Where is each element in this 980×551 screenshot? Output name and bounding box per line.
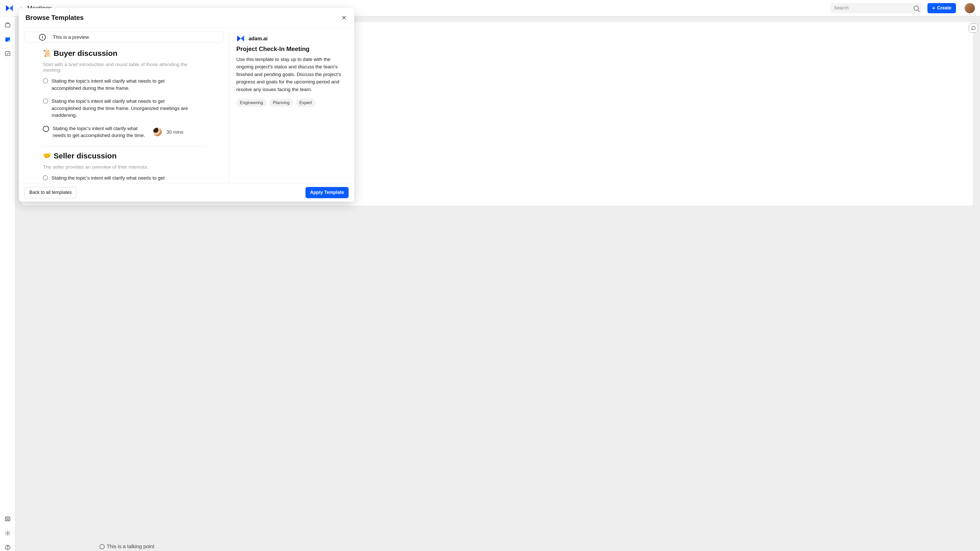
svg-rect-4	[5, 52, 10, 56]
section-title-text: Seller discussion	[54, 151, 117, 160]
svg-point-8	[7, 548, 8, 549]
handshake-emoji-icon: 🤝	[43, 152, 51, 160]
section-title: 🤝 Seller discussion	[43, 151, 205, 160]
bullet-list: Stating the topic's intent will clarify …	[43, 78, 205, 139]
template-preview-pane: i This is a preview 📜 Buyer discussion S…	[19, 27, 229, 183]
template-section: 🤝 Seller discussion The seller provides …	[24, 146, 223, 183]
modal-header: Browse Templates ✕	[19, 8, 354, 27]
comment-icon[interactable]	[969, 24, 978, 33]
bullet-list: Stating the topic's intent will clarify …	[43, 175, 205, 183]
section-title: 📜 Buyer discussion	[43, 49, 205, 58]
calendar-icon[interactable]	[4, 36, 11, 43]
briefcase-icon[interactable]	[4, 21, 11, 29]
preview-banner: i This is a preview	[24, 32, 223, 43]
close-icon[interactable]: ✕	[340, 14, 348, 21]
bullet-ring-icon	[43, 175, 48, 180]
bullet-text: Stating the topic's intent will clarify …	[52, 98, 194, 119]
info-icon: i	[39, 34, 46, 41]
bullet-item: Stating the topic's intent will clarify …	[43, 78, 205, 92]
section-title-text: Buyer discussion	[54, 49, 118, 58]
bullet-item: Stating the topic's intent will clarify …	[43, 125, 205, 139]
background-talking-point: This is a talking point	[100, 544, 154, 549]
svg-rect-0	[5, 24, 10, 27]
create-button[interactable]: + Create	[928, 3, 956, 13]
bullet-item: Stating the topic's intent will clarify …	[43, 175, 205, 183]
bullet-item: Stating the topic's intent will clarify …	[43, 98, 205, 119]
bullet-icon	[100, 544, 105, 549]
section-subtitle: The seller provides an overview of their…	[43, 164, 205, 170]
scroll-emoji-icon: 📜	[43, 49, 51, 57]
store-icon[interactable]	[4, 515, 11, 522]
search-placeholder: Search	[834, 5, 849, 11]
apply-template-button[interactable]: Apply Template	[305, 187, 348, 198]
tag[interactable]: Planning	[269, 99, 293, 107]
modal-body: i This is a preview 📜 Buyer discussion S…	[19, 27, 354, 183]
app-shell: › Meetings Search + Create	[0, 0, 980, 551]
gear-icon[interactable]	[4, 530, 11, 537]
help-icon[interactable]	[4, 544, 11, 551]
bullet-text: Stating the topic's intent will clarify …	[52, 175, 194, 183]
bullet-text: Stating the topic's intent will clarify …	[52, 125, 150, 139]
left-nav	[0, 16, 15, 551]
search-input[interactable]: Search	[830, 3, 922, 13]
brand-name: adam.ai	[248, 36, 267, 41]
template-name: Project Check-In Meeting	[236, 45, 347, 52]
app-logo[interactable]	[5, 4, 14, 13]
tag[interactable]: Engineering	[236, 99, 267, 107]
brand-logo-icon	[236, 34, 245, 43]
section-subtitle: Start with a brief introduction and roun…	[43, 62, 205, 73]
bullet-duration: 30 mins	[166, 129, 183, 136]
bullet-ring-icon	[43, 98, 48, 103]
plus-icon: +	[932, 6, 935, 11]
assignee-avatar[interactable]	[153, 127, 162, 136]
back-button[interactable]: Back to all templates	[24, 187, 76, 198]
brand-row: adam.ai	[236, 34, 347, 43]
svg-point-3	[8, 40, 10, 41]
back-button-label: Back to all templates	[29, 190, 72, 195]
preview-banner-text: This is a preview	[53, 35, 89, 40]
svg-point-6	[7, 532, 8, 534]
svg-rect-2	[5, 38, 10, 39]
bullet-text: Stating the topic's intent will clarify …	[52, 78, 194, 92]
bullet-ring-icon	[43, 126, 49, 132]
modal-title: Browse Templates	[25, 14, 84, 22]
tag-list: Engineering Planning Expert	[236, 99, 347, 107]
background-talking-point-text: This is a talking point	[107, 544, 154, 549]
checklist-icon[interactable]	[4, 50, 11, 57]
template-info-pane: adam.ai Project Check-In Meeting Use thi…	[229, 27, 354, 183]
bullet-meta: 30 mins	[153, 125, 183, 139]
bullet-ring-icon	[43, 78, 48, 83]
apply-button-label: Apply Template	[310, 190, 344, 195]
user-avatar[interactable]	[965, 3, 975, 13]
create-button-label: Create	[937, 5, 951, 11]
modal-footer: Back to all templates Apply Template	[19, 183, 354, 202]
browse-templates-modal: Browse Templates ✕ i This is a preview 📜…	[19, 8, 354, 202]
template-description: Use this template to stay up to date wit…	[236, 56, 347, 93]
search-icon	[914, 6, 919, 11]
template-section: 📜 Buyer discussion Start with a brief in…	[24, 43, 223, 146]
tag[interactable]: Expert	[296, 99, 315, 107]
